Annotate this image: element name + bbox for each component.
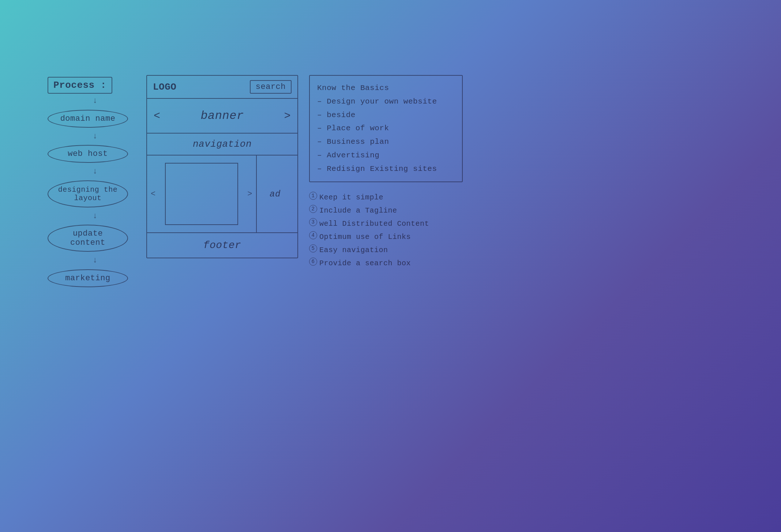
wireframe-ad: ad — [257, 156, 293, 232]
arrow-4: ↓ — [62, 209, 128, 224]
wireframe-navigation: navigation — [147, 134, 297, 156]
step-content: update content — [48, 225, 128, 252]
wireframe-footer: footer — [147, 233, 297, 258]
note-item-1: Design your own website — [317, 95, 455, 109]
num-item-1: 2 Include a Tagline — [309, 204, 463, 217]
wireframe-container: LOGO search < banner > navigation < > ad — [146, 75, 298, 258]
arrow-3: ↓ — [62, 164, 128, 179]
wireframe-content-left: < > — [147, 156, 257, 232]
process-title: Process : — [48, 77, 112, 94]
step-layout: designing the layout — [48, 180, 128, 207]
note-item-2: beside — [317, 109, 455, 122]
wireframe-section: LOGO search < banner > navigation < > ad — [146, 75, 298, 258]
wireframe-header: LOGO search — [147, 76, 297, 99]
num-circle-2: 2 — [309, 205, 317, 213]
num-item-5: 6 Provide a search box — [309, 257, 463, 270]
banner-arrow-right: > — [284, 110, 291, 122]
num-item-0: 1 Keep it simple — [309, 191, 463, 204]
wireframe-banner-row: < banner > — [147, 99, 297, 134]
content-arrow-left: < — [151, 190, 156, 199]
banner-arrow-left: < — [154, 110, 161, 122]
notes-section: Know the Basics Design your own website … — [309, 75, 463, 270]
num-circle-5: 5 — [309, 244, 317, 252]
content-arrow-right: > — [247, 190, 252, 199]
num-circle-3: 3 — [309, 218, 317, 226]
note-item-6: Redisign Existing sites — [317, 162, 455, 176]
num-circle-6: 6 — [309, 258, 317, 266]
num-item-4: 5 Easy navigation — [309, 244, 463, 257]
num-item-3: 4 Optimum use of Links — [309, 231, 463, 244]
step-webhost: web host — [48, 145, 128, 163]
num-circle-4: 4 — [309, 231, 317, 239]
numbered-list: 1 Keep it simple 2 Include a Tagline 3 w… — [309, 191, 463, 270]
notes-box-top: Know the Basics Design your own website … — [309, 75, 463, 182]
step-domain: domain name — [48, 110, 128, 128]
banner-text: banner — [200, 109, 244, 123]
note-item-5: Advertising — [317, 149, 455, 162]
step-marketing: marketing — [48, 269, 128, 287]
num-circle-1: 1 — [309, 192, 317, 200]
note-item-0: Know the Basics — [317, 82, 455, 95]
note-item-4: Business plan — [317, 135, 455, 149]
wireframe-logo: LOGO — [153, 82, 176, 93]
arrow-2: ↓ — [62, 129, 128, 144]
num-item-2: 3 well Distributed Content — [309, 217, 463, 231]
wireframe-content-row: < > ad — [147, 156, 297, 233]
arrow-5: ↓ — [62, 253, 128, 268]
note-item-3: Place of work — [317, 122, 455, 135]
arrow-1: ↓ — [62, 94, 128, 108]
content-inner-box — [165, 163, 238, 225]
wireframe-search: search — [250, 80, 292, 94]
notes-list: Know the Basics Design your own website … — [317, 82, 455, 176]
process-section: Process : ↓ domain name ↓ web host ↓ des… — [48, 77, 128, 289]
